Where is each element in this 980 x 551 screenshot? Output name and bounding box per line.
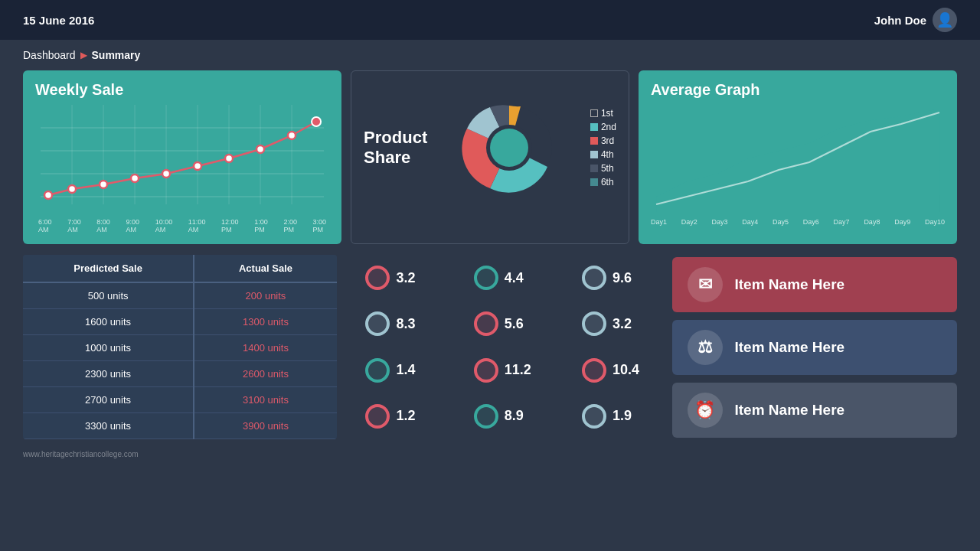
main-content: Weekly Sale	[0, 70, 980, 447]
metric-11.2: 11.2	[474, 358, 535, 383]
metric-8.9: 8.9	[474, 404, 535, 429]
table-row: 500 units200 units	[23, 282, 337, 309]
metric-10.4: 10.4	[582, 358, 643, 383]
charts-row: Weekly Sale	[23, 70, 957, 244]
svg-point-13	[68, 185, 76, 193]
average-graph-chart: Day1Day2Day3Day4Day5 Day6Day7Day8Day9Day…	[651, 105, 945, 226]
bottom-row: Predicted Sale Actual Sale 500 units200 …	[23, 255, 957, 439]
circle-pink-2	[474, 311, 498, 336]
circle-pink-1	[365, 266, 390, 290]
scale-icon: ⚖	[688, 330, 723, 365]
footer-text: www.heritagechristiancollege.com	[23, 450, 139, 458]
table-row: 1600 units1300 units	[23, 309, 337, 335]
donut-legend: 1st 2nd 3rd 4th	[590, 108, 616, 187]
circle-pink-5	[365, 404, 390, 429]
actual-value: 1400 units	[194, 335, 337, 361]
header: 15 June 2016 John Doe 👤	[0, 0, 980, 40]
metric-1.9: 1.9	[582, 404, 643, 429]
circle-light-1	[582, 266, 606, 290]
table-row: 2300 units2600 units	[23, 361, 337, 387]
action-item-2[interactable]: ⚖ Item Name Here	[672, 320, 958, 375]
metrics-row-2: 8.3 5.6 3.2	[348, 311, 662, 336]
svg-point-17	[194, 162, 201, 170]
breadcrumb-current: Summary	[92, 49, 141, 61]
actual-value: 3100 units	[194, 387, 337, 413]
metric-3.2: 3.2	[365, 266, 426, 290]
actual-value: 3900 units	[194, 413, 337, 439]
action-item-1[interactable]: ✉ Item Name Here	[672, 257, 958, 312]
metric-3.2b: 3.2	[582, 311, 643, 336]
weekly-sale-card: Weekly Sale	[23, 70, 341, 244]
metrics-section: 3.2 4.4 9.6 8.3 5.6	[348, 255, 662, 439]
weekly-sale-chart: 6:00AM7:00AM8:00AM 9:00AM10:00AM11:00AM …	[35, 105, 329, 233]
svg-point-12	[44, 191, 52, 199]
action-section: ✉ Item Name Here ⚖ Item Name Here ⏰ Item…	[672, 255, 958, 439]
svg-point-21	[312, 117, 321, 126]
product-share-title: ProductShare	[364, 128, 427, 168]
weekly-sale-svg	[35, 105, 329, 212]
circle-teal-2	[365, 358, 390, 383]
circle-pink-4	[582, 358, 606, 383]
table-row: 1000 units1400 units	[23, 335, 337, 361]
table-col-actual: Actual Sale	[194, 255, 337, 282]
circle-light-2	[365, 311, 390, 336]
circle-pink-3	[474, 358, 498, 383]
predicted-value: 2300 units	[23, 361, 194, 387]
time-labels: 6:00AM7:00AM8:00AM 9:00AM10:00AM11:00AM …	[35, 218, 329, 233]
circle-teal-1	[474, 266, 498, 290]
breadcrumb-home[interactable]: Dashboard	[23, 49, 76, 61]
svg-point-23	[490, 129, 528, 167]
predicted-value: 500 units	[23, 282, 194, 309]
mail-icon: ✉	[688, 267, 723, 302]
predicted-value: 2700 units	[23, 387, 194, 413]
legend-5th: 5th	[601, 163, 614, 174]
predicted-value: 1000 units	[23, 335, 194, 361]
table-col-predicted: Predicted Sale	[23, 255, 194, 282]
action-label-3: Item Name Here	[735, 402, 845, 419]
actual-value: 1300 units	[194, 309, 337, 335]
breadcrumb-arrow: ▶	[80, 50, 87, 60]
metric-5.6: 5.6	[474, 311, 535, 336]
metric-9.6: 9.6	[582, 266, 643, 290]
circle-teal-3	[474, 404, 498, 429]
svg-point-19	[256, 145, 264, 153]
svg-point-15	[131, 174, 139, 182]
legend-2nd: 2nd	[601, 122, 616, 132]
metric-4.4: 4.4	[474, 266, 535, 290]
average-graph-svg	[651, 105, 945, 212]
breadcrumb: Dashboard ▶ Summary	[0, 40, 980, 70]
svg-point-16	[162, 170, 170, 178]
sales-table: Predicted Sale Actual Sale 500 units200 …	[23, 255, 337, 439]
metric-1.2: 1.2	[365, 404, 426, 429]
legend-1st: 1st	[601, 108, 613, 119]
table-row: 2700 units3100 units	[23, 387, 337, 413]
legend-4th: 4th	[601, 149, 614, 160]
metric-8.3: 8.3	[365, 311, 426, 336]
circle-light-3	[582, 311, 606, 336]
donut-chart	[459, 98, 559, 197]
avatar: 👤	[933, 8, 957, 32]
average-graph-title: Average Graph	[651, 81, 945, 99]
action-item-3[interactable]: ⏰ Item Name Here	[672, 383, 958, 438]
weekly-sale-title: Weekly Sale	[35, 81, 329, 99]
legend-6th: 6th	[601, 177, 614, 187]
metric-1.4: 1.4	[365, 358, 426, 383]
actual-value: 2600 units	[194, 361, 337, 387]
action-label-2: Item Name Here	[735, 339, 845, 356]
actual-value: 200 units	[194, 282, 337, 309]
metrics-row-1: 3.2 4.4 9.6	[348, 266, 662, 290]
average-graph-card: Average Graph Day1Day2Day3Day4Day5 Day6D…	[639, 70, 957, 244]
product-share-card: ProductShare	[351, 70, 629, 244]
legend-3rd: 3rd	[601, 135, 614, 146]
svg-point-18	[225, 155, 233, 162]
header-date: 15 June 2016	[23, 14, 94, 27]
table-row: 3300 units3900 units	[23, 413, 337, 439]
action-label-1: Item Name Here	[735, 276, 845, 293]
circle-light-4	[582, 404, 606, 429]
predicted-value: 3300 units	[23, 413, 194, 439]
predicted-value: 1600 units	[23, 309, 194, 335]
clock-icon: ⏰	[688, 393, 723, 428]
username-label: John Doe	[874, 14, 926, 27]
svg-point-14	[100, 181, 107, 188]
svg-point-20	[288, 132, 296, 139]
